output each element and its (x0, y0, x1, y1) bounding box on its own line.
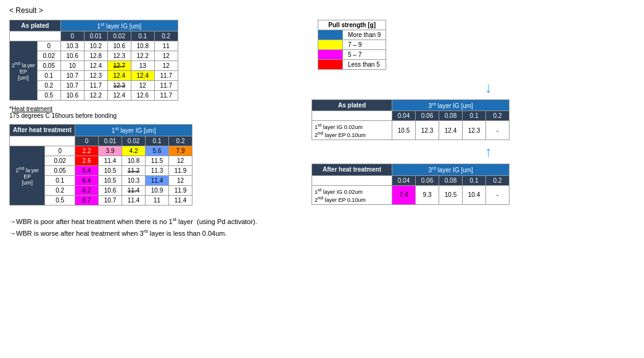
result-header: < Result > (9, 6, 635, 15)
legend-row: 7 – 9 (318, 40, 386, 50)
conclusion-1: →WBR is poor after heat treatment when t… (9, 217, 635, 225)
legend-row: Less than 5 (318, 60, 386, 70)
after-heat-header: After heat treatment (10, 125, 75, 136)
table-row: 2nd la yerEP[um] 0 10.3 10.2 10.6 10.8 1… (10, 41, 178, 51)
after-heat-layer-header: 1st layer IG [um] (75, 125, 192, 136)
as-plated-header: As plated (10, 20, 61, 31)
arrow-up-connector: ↑ (342, 143, 635, 160)
table-row: 1st layer IG 0.02um2nd layer EP 0.10um 1… (312, 121, 510, 140)
legend-row: 5 – 7 (318, 50, 386, 60)
table-row: 1st layer IG 0.02um2nd layer EP 0.10um 7… (312, 185, 510, 204)
right-after-heat-table: After heat treatment 3rd layer IG [um] 0… (312, 164, 510, 204)
legend-row: More than 9 (318, 30, 386, 40)
conclusions: →WBR is poor after heat treatment when t… (9, 217, 635, 237)
right-as-plated-table: As plated 3rd layer IG [um] 0.04 0.06 0.… (312, 99, 510, 140)
row-group-label: 2nd la yerEP[um] (10, 41, 38, 101)
after-heat-table: After heat treatment 1st layer IG [um] 0… (9, 124, 192, 205)
left-column: As plated 1st layer IG [um] 0 0.01 0.02 … (9, 20, 293, 206)
table-row: 2nd la yerEP[um] 0 2.2 3.9 4.2 5.6 7.9 (10, 146, 192, 156)
pull-strength-legend: Pull strength [g] More than 9 7 – 9 5 – … (318, 20, 386, 70)
as-plated-table: As plated 1st layer IG [um] 0 0.01 0.02 … (9, 20, 178, 101)
arrow-down-connector: ↓ (342, 79, 635, 96)
page-title: < Result > (9, 6, 43, 15)
first-layer-ig-header: 1st layer IG [um] (60, 20, 178, 31)
right-column: Pull strength [g] More than 9 7 – 9 5 – … (305, 20, 635, 206)
row-group-label-2: 2nd la yerEP[um] (10, 146, 45, 205)
conclusion-2: →WBR is worse after heat treatment when … (9, 228, 635, 237)
heat-note: *Heat treatment 175 degrees C 16hours be… (9, 106, 293, 119)
